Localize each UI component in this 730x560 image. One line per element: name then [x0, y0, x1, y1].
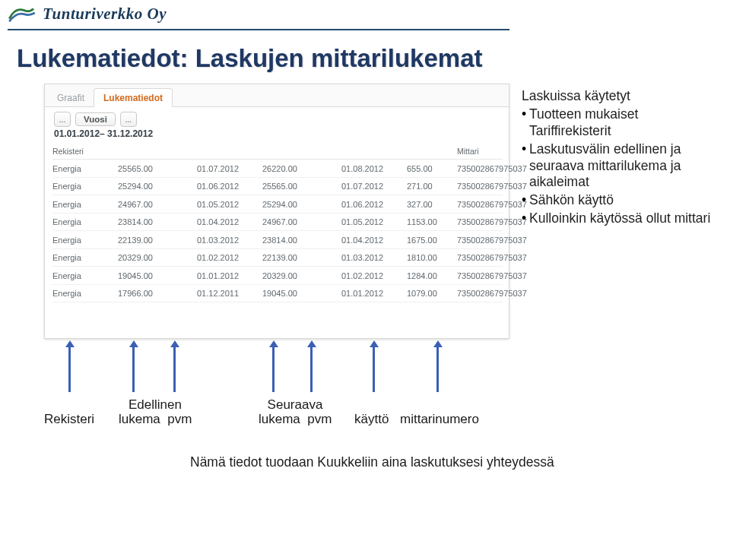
table-row: Energia23814.0001.04.201224967.0001.05.2… — [52, 214, 503, 232]
arrow-rekisteri — [68, 345, 71, 392]
bottom-note: Nämä tiedot tuodaan Kuukkeliin aina lask… — [190, 454, 554, 470]
year-next-button[interactable]: ... — [120, 112, 137, 127]
year-nav: ... Vuosi ... — [45, 107, 509, 128]
col-mittari: Mittari — [457, 147, 503, 156]
table-row: Energia25294.0001.06.201225565.0001.07.2… — [52, 178, 503, 196]
arrow-edellinen-pvm — [173, 345, 176, 392]
label-kaytto: käyttö — [354, 412, 389, 427]
arrow-seuraava-pvm — [310, 345, 313, 392]
table-row: Energia20329.0001.02.201222139.0001.03.2… — [52, 249, 503, 267]
label-mittarinumero: mittarinumero — [400, 412, 479, 427]
table-row: Energia19045.0001.01.201220329.0001.02.2… — [52, 267, 503, 285]
app-screenshot: Graafit Lukematiedot ... Vuosi ... 01.01… — [44, 84, 509, 339]
date-range: 01.01.2012– 31.12.2012 — [45, 128, 509, 142]
note-usage: Sähkön käyttö — [522, 192, 721, 209]
company-logo-icon — [8, 3, 36, 24]
explanation-list: Laskuissa käytetyt Tuotteen mukaiset Tar… — [522, 88, 721, 229]
page-title: Lukematiedot: Laskujen mittarilukemat — [17, 44, 730, 73]
col-rekisteri: Rekisteri — [52, 147, 118, 156]
brand-text: Tunturiverkko Oy — [43, 5, 167, 24]
label-group-seuraava: Seuraava lukema pvm — [259, 398, 332, 426]
note-tariff: Tuotteen mukaiset Tariffirekisterit — [522, 106, 721, 140]
label-group-edellinen: Edellinen lukema pvm — [119, 398, 192, 426]
label-rekisteri: Rekisteri — [44, 412, 94, 427]
note-meter: Kulloinkin käytössä ollut mittari — [522, 210, 721, 227]
year-label-button[interactable]: Vuosi — [75, 112, 116, 126]
content-area: Graafit Lukematiedot ... Vuosi ... 01.01… — [0, 79, 730, 505]
table-row: Energia25565.0001.07.201226220.0001.08.2… — [52, 160, 503, 178]
arrow-edellinen-lukema — [132, 345, 135, 392]
table-row: Energia24967.0001.05.201225294.0001.06.2… — [52, 195, 503, 214]
tab-graafit[interactable]: Graafit — [48, 89, 94, 106]
data-table: Rekisteri Mittari Energia25565.0001.07.2… — [45, 142, 509, 302]
arrow-mittarinumero — [436, 345, 439, 392]
arrow-seuraava-lukema — [272, 345, 275, 392]
header-rule — [8, 29, 509, 30]
tab-bar: Graafit Lukematiedot — [45, 84, 509, 107]
arrow-kaytto — [373, 345, 375, 392]
note-interval: Laskutusvälin edellinen ja seuraava mitt… — [522, 141, 721, 191]
arrow-diagram — [44, 339, 509, 398]
table-row: Energia22139.0001.03.201223814.0001.04.2… — [52, 231, 503, 249]
year-prev-button[interactable]: ... — [54, 112, 71, 127]
tab-lukematiedot[interactable]: Lukematiedot — [94, 88, 173, 107]
table-row: Energia17966.0001.12.201119045.0001.01.2… — [52, 285, 503, 303]
notes-intro: Laskuissa käytetyt — [522, 88, 721, 105]
table-header: Rekisteri Mittari — [52, 145, 503, 160]
header-bar: Tunturiverkko Oy — [0, 0, 730, 27]
